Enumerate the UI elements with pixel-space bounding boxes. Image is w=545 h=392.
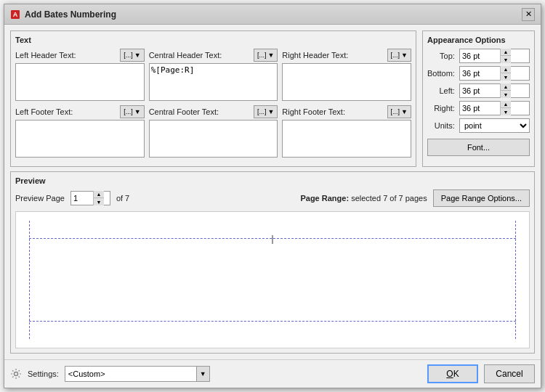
left-spinner-btns: ▲ ▼ [500, 83, 511, 98]
header-row: Left Header Text: [...] ▼ Central Header… [15, 49, 411, 101]
right-label: Right: [427, 104, 455, 113]
bottom-label: Bottom: [427, 69, 455, 78]
preview-page-input[interactable] [71, 193, 93, 203]
cancel-button[interactable]: Cancel [484, 364, 535, 383]
left-spin-down[interactable]: ▼ [501, 91, 511, 98]
bottom-spin-down[interactable]: ▼ [501, 73, 511, 81]
preview-page-spin-up[interactable]: ▲ [94, 191, 104, 198]
central-footer-insert-btn[interactable]: [...] ▼ [254, 105, 278, 118]
right-header-label-row: Right Header Text: [...] ▼ [282, 49, 411, 62]
appearance-grid: Top: ▲ ▼ Bottom: ▲ ▼ [427, 49, 530, 133]
right-spin-down[interactable]: ▼ [501, 108, 511, 115]
right-input[interactable] [460, 103, 500, 113]
top-input[interactable] [460, 51, 500, 61]
left-footer-label-row: Left Footer Text: [...] ▼ [15, 105, 145, 118]
right-footer-label: Right Footer Text: [282, 107, 345, 116]
dialog-body: Text Left Header Text: [...] ▼ [4, 25, 541, 359]
settings-dropdown-btn[interactable]: ▼ [196, 367, 209, 381]
central-header-input[interactable]: %[Page:R] [149, 63, 278, 101]
central-header-label: Central Header Text: [149, 51, 222, 60]
preview-page-spinner-btns: ▲ ▼ [93, 191, 104, 205]
top-section: Text Left Header Text: [...] ▼ [10, 30, 535, 167]
page-range-label: Page Range: [300, 194, 349, 203]
top-label: Top: [427, 52, 455, 60]
preview-canvas [15, 211, 530, 348]
title-bar: A Add Bates Numbering ✕ [4, 4, 541, 25]
top-spinner: ▲ ▼ [459, 49, 530, 63]
left-footer-label: Left Footer Text: [15, 107, 73, 116]
settings-label: Settings: [28, 369, 59, 378]
left-header-insert-btn[interactable]: [...] ▼ [120, 49, 144, 62]
bottom-spin-up[interactable]: ▲ [501, 66, 511, 73]
preview-label: Preview [15, 176, 530, 185]
preview-page-spinner: ▲ ▼ [70, 191, 110, 205]
top-spinner-btns: ▲ ▼ [500, 49, 511, 63]
right-header-input[interactable] [282, 63, 411, 101]
units-select-wrapper: point inch cm mm [459, 118, 530, 133]
left-spin-up[interactable]: ▲ [501, 83, 511, 91]
left-footer-input[interactable] [15, 120, 145, 158]
central-header-group: Central Header Text: [...] ▼ %[Page:R] [149, 49, 278, 101]
dialog-title: Add Bates Numbering [25, 9, 116, 20]
settings-input[interactable] [65, 369, 196, 379]
left-spinner: ▲ ▼ [459, 83, 530, 98]
font-button[interactable]: Font... [427, 139, 530, 156]
top-spin-down[interactable]: ▼ [501, 56, 511, 63]
units-label: Units: [427, 121, 455, 130]
central-footer-label-row: Central Footer Text: [...] ▼ [149, 105, 278, 118]
right-footer-insert-btn[interactable]: [...] ▼ [387, 105, 411, 118]
ok-underline: O [446, 369, 453, 379]
central-header-label-row: Central Header Text: [...] ▼ [149, 49, 278, 62]
left-footer-group: Left Footer Text: [...] ▼ [15, 105, 145, 158]
page-range-value: selected 7 of 7 pages [351, 194, 427, 203]
svg-text:A: A [13, 11, 18, 18]
bottom-spinner: ▲ ▼ [459, 66, 530, 81]
svg-point-2 [15, 372, 18, 376]
left-label: Left: [427, 86, 455, 95]
central-footer-group: Central Footer Text: [...] ▼ [149, 105, 278, 158]
settings-gear-icon [10, 368, 22, 380]
central-footer-input[interactable] [149, 120, 278, 158]
right-spin-up[interactable]: ▲ [501, 101, 511, 108]
title-bar-left: A Add Bates Numbering [10, 9, 116, 20]
bottom-bar: Settings: ▼ OK Cancel [4, 359, 541, 388]
right-header-label: Right Header Text: [282, 51, 348, 60]
right-footer-label-row: Right Footer Text: [...] ▼ [282, 105, 411, 118]
ok-button[interactable]: OK [427, 364, 478, 383]
settings-select-wrapper: ▼ [65, 366, 210, 382]
right-footer-group: Right Footer Text: [...] ▼ [282, 105, 411, 158]
of-text: of 7 [116, 194, 129, 203]
right-spinner-btns: ▲ ▼ [500, 101, 511, 115]
text-section-label: Text [15, 36, 411, 44]
appearance-label: Appearance Options [427, 36, 530, 44]
left-input[interactable] [460, 86, 500, 96]
text-section: Text Left Header Text: [...] ▼ [10, 30, 416, 167]
preview-controls: Preview Page ▲ ▼ of 7 Page Range: select… [15, 189, 530, 207]
dialog-icon: A [10, 9, 20, 20]
page-range-info: Page Range: selected 7 of 7 pages [300, 194, 427, 203]
units-select[interactable]: point inch cm mm [460, 121, 529, 131]
left-header-label-row: Left Header Text: [...] ▼ [15, 49, 145, 62]
left-header-group: Left Header Text: [...] ▼ [15, 49, 145, 101]
right-header-insert-btn[interactable]: [...] ▼ [387, 49, 411, 62]
top-spin-up[interactable]: ▲ [501, 49, 511, 56]
central-footer-label: Central Footer Text: [149, 107, 219, 116]
add-bates-numbering-dialog: A Add Bates Numbering ✕ Text Left Header… [4, 4, 541, 388]
right-header-group: Right Header Text: [...] ▼ [282, 49, 411, 101]
preview-section: Preview Preview Page ▲ ▼ of 7 Page Range… [10, 171, 535, 354]
preview-page-spin-down[interactable]: ▼ [94, 198, 104, 205]
preview-bottom-margin [29, 321, 516, 322]
footer-row: Left Footer Text: [...] ▼ Central Footer… [15, 105, 411, 158]
right-footer-input[interactable] [282, 120, 411, 158]
preview-page-label: Preview Page [15, 194, 65, 203]
left-footer-insert-btn[interactable]: [...] ▼ [120, 105, 144, 118]
central-header-insert-btn[interactable]: [...] ▼ [254, 49, 278, 62]
close-button[interactable]: ✕ [522, 8, 535, 21]
page-range-options-button[interactable]: Page Range Options... [433, 189, 530, 207]
bottom-spinner-btns: ▲ ▼ [500, 66, 511, 81]
left-header-label: Left Header Text: [15, 51, 76, 60]
ok-label-rest: K [453, 369, 459, 379]
bottom-input[interactable] [460, 68, 500, 78]
appearance-section: Appearance Options Top: ▲ ▼ Bottom: [422, 30, 535, 167]
left-header-input[interactable] [15, 63, 145, 101]
